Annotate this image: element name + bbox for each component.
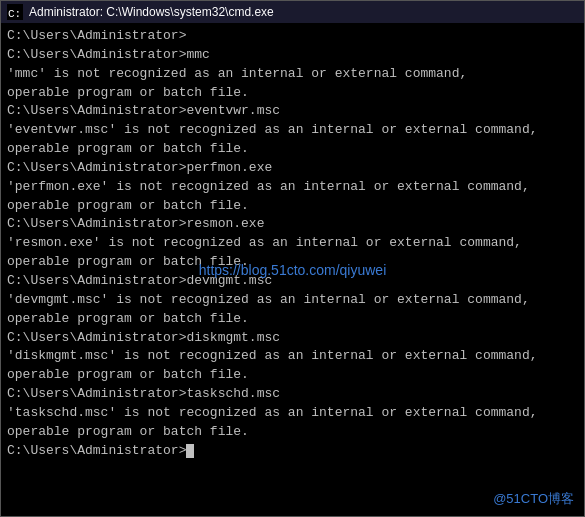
terminal-line: 'eventvwr.msc' is not recognized as an i…: [7, 121, 578, 140]
title-bar: C: Administrator: C:\Windows\system32\cm…: [1, 1, 584, 23]
cmd-icon: C:: [7, 4, 23, 20]
terminal-line: operable program or batch file.: [7, 366, 578, 385]
svg-text:C:: C:: [8, 8, 21, 20]
terminal-output: C:\Users\Administrator>C:\Users\Administ…: [7, 27, 578, 460]
terminal-line: 'taskschd.msc' is not recognized as an i…: [7, 404, 578, 423]
cmd-window: C: Administrator: C:\Windows\system32\cm…: [0, 0, 585, 517]
terminal-line: operable program or batch file.: [7, 253, 578, 272]
terminal-line: operable program or batch file.: [7, 423, 578, 442]
terminal-line: C:\Users\Administrator>perfmon.exe: [7, 159, 578, 178]
terminal-line: C:\Users\Administrator>eventvwr.msc: [7, 102, 578, 121]
terminal-body[interactable]: C:\Users\Administrator>C:\Users\Administ…: [1, 23, 584, 516]
terminal-line: C:\Users\Administrator>diskmgmt.msc: [7, 329, 578, 348]
terminal-line: C:\Users\Administrator>devmgmt.msc: [7, 272, 578, 291]
terminal-line: operable program or batch file.: [7, 84, 578, 103]
terminal-line: 'perfmon.exe' is not recognized as an in…: [7, 178, 578, 197]
terminal-line: 'diskmgmt.msc' is not recognized as an i…: [7, 347, 578, 366]
terminal-line: C:\Users\Administrator>: [7, 27, 578, 46]
terminal-line: C:\Users\Administrator>taskschd.msc: [7, 385, 578, 404]
terminal-line: 'resmon.exe' is not recognized as an int…: [7, 234, 578, 253]
terminal-line: operable program or batch file.: [7, 310, 578, 329]
title-bar-label: Administrator: C:\Windows\system32\cmd.e…: [29, 5, 578, 19]
terminal-line: 'devmgmt.msc' is not recognized as an in…: [7, 291, 578, 310]
terminal-line: C:\Users\Administrator>resmon.exe: [7, 215, 578, 234]
watermark-bottom: @51CTO博客: [493, 490, 574, 508]
cursor: [186, 444, 194, 458]
terminal-line: 'mmc' is not recognized as an internal o…: [7, 65, 578, 84]
terminal-line: C:\Users\Administrator>mmc: [7, 46, 578, 65]
terminal-line: operable program or batch file.: [7, 197, 578, 216]
terminal-line: operable program or batch file.: [7, 140, 578, 159]
terminal-line: C:\Users\Administrator>: [7, 442, 578, 461]
